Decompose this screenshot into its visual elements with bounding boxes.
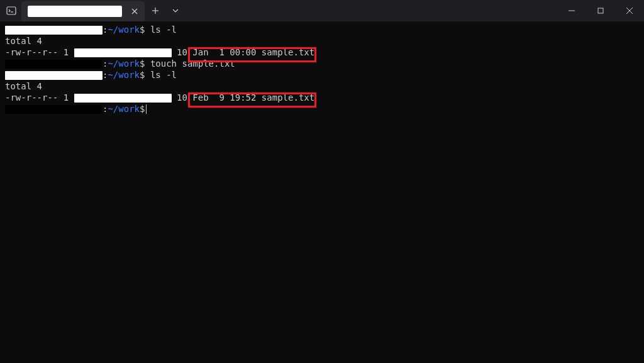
maximize-button[interactable] <box>586 0 615 21</box>
tab-active[interactable] <box>21 1 145 21</box>
cursor <box>146 104 147 114</box>
close-window-button[interactable] <box>615 0 644 21</box>
output-total-1: total 4 <box>5 35 639 47</box>
prompt-line-2: :~/work$ touch sample.txt <box>5 58 639 69</box>
window-controls <box>557 0 644 21</box>
svg-rect-0 <box>7 7 16 14</box>
output-file-2: -rw-r--r-- 1 10 Feb 9 19:52 sample.txt <box>5 92 639 103</box>
date-highlighted-1: Jan 1 00:00 sample <box>192 47 293 57</box>
new-tab-button[interactable] <box>146 1 165 20</box>
terminal-output[interactable]: :~/work$ ls -l total 4 -rw-r--r-- 1 10 J… <box>0 21 644 117</box>
minimize-button[interactable] <box>557 0 586 21</box>
terminal-app-icon <box>5 4 18 17</box>
svg-rect-7 <box>598 8 603 13</box>
tab-close-button[interactable] <box>130 6 140 16</box>
output-total-2: total 4 <box>5 81 639 92</box>
prompt-line-4: :~/work$ <box>5 103 639 114</box>
output-file-1: -rw-r--r-- 1 10 Jan 1 00:00 sample.txt <box>5 47 639 58</box>
tab-title-redacted <box>28 6 122 17</box>
titlebar <box>0 0 644 21</box>
prompt-line-3: :~/work$ ls -l <box>5 69 639 81</box>
tab-dropdown-button[interactable] <box>166 1 185 20</box>
date-highlighted-2: Feb 9 19:52 sample <box>192 92 293 103</box>
prompt-line-1: :~/work$ ls -l <box>5 24 639 35</box>
titlebar-left <box>0 0 185 21</box>
